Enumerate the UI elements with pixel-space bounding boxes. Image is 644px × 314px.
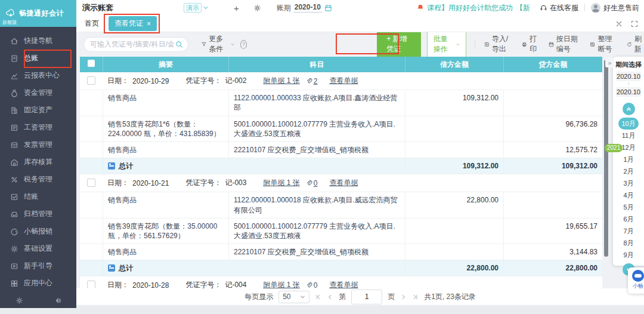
sidebar-item-funds[interactable]: 资金管理 [0,84,76,101]
tab-home[interactable]: 首页 [85,19,99,29]
month-item[interactable]: 7月 [613,225,644,237]
sidebar-item-inventory[interactable]: 库存核算 [0,153,76,171]
close-tab-icon[interactable]: × [147,20,151,28]
robot-icon [632,270,644,282]
month-item[interactable]: 9月 [613,249,644,261]
next-page-icon[interactable] [400,294,407,300]
attachment-link[interactable]: 附单据 1 张 [263,178,299,188]
brand-name: 畅捷通好会计 [19,8,64,19]
voucher-toolbar: 更多条件 ? + 新增凭证 批量操作 导入/导出 打印 按日期编号 整理断号 刷… [76,32,644,57]
fix-numbers-button[interactable]: 整理断号 [590,34,617,54]
col-header-account[interactable]: 科目 [228,57,405,72]
sidebar-item-settings[interactable]: 基础设置 [0,240,76,257]
sidebar-item-app-center[interactable]: 应用中心 [0,275,76,292]
sidebar-item-reimburse[interactable]: 小畅报销 [0,223,76,240]
month-item[interactable]: 1月 [613,153,644,165]
voucher-header-row[interactable]: 日期：2020-10-28 凭证字号：记-004 附单据 1 张 0 查看单据 [80,276,602,288]
help-icon[interactable]: ? [240,40,247,49]
period-to[interactable]: 2020.10 [616,87,641,97]
gear-icon[interactable] [16,297,23,304]
refresh-button[interactable]: 刷新 [627,34,644,54]
month-item[interactable]: 4月 [613,189,644,201]
close-icon[interactable] [615,20,623,27]
month-item[interactable]: 5月 [613,201,644,213]
col-header-debit[interactable]: 借方金额 [405,57,503,72]
number-by-date-button[interactable]: 按日期编号 [549,34,581,54]
month-item[interactable]: 11月 [613,130,644,141]
month-item[interactable]: 2月 [613,165,644,177]
sidebar-item-quick-nav[interactable]: 快捷导航 [0,32,76,50]
month-item[interactable]: 6月 [613,213,644,225]
tab-bar: 首页 查看凭证 × [76,16,644,32]
user-name[interactable]: 好生意售前 [603,3,639,13]
search-box[interactable] [83,37,188,52]
more-filters-button[interactable]: 更多条件 [202,34,234,54]
row-checkbox[interactable] [87,178,95,187]
vertical-scrollbar[interactable] [604,60,608,257]
assistant-widget[interactable]: 小畅 [628,267,644,294]
row-checkbox[interactable] [87,76,95,85]
sidebar-item-fixed-assets[interactable]: 固定资产 [0,101,76,119]
gear-icon[interactable] [253,4,261,12]
collapse-panel-icon[interactable]: » [605,57,614,67]
total-records-info: 共1页, 23条记录 [424,292,476,302]
sidebar-item-tax[interactable]: 税务管理 [0,171,76,188]
entry-row[interactable]: 销售商品 22210107 应交税费_应交增值税_销项税额 12,575.72 [80,142,602,158]
page-label-post: 页 [388,292,395,302]
search-input[interactable] [89,39,175,49]
announcement-marquee[interactable]: 课程】用好好会计助您成功 【新 [417,3,530,13]
view-document-link[interactable]: 查看单据 [329,178,358,188]
row-checkbox[interactable] [87,281,95,288]
entry-row[interactable]: 销售39度青花郎（数量：35.00000 瓶，单价：561.57629） 500… [80,218,602,244]
clip-count-link[interactable]: 2 [314,77,318,85]
sidebar-item-invoices[interactable]: 发票管理 [0,136,76,153]
voucher-header-row[interactable]: 日期：2020-10-21 凭证字号：记-003 附单据 1 张 0 查看单据 [80,174,602,192]
scroll-months-up-icon[interactable] [623,103,635,115]
building-icon [10,106,18,115]
view-document-link[interactable]: 查看单据 [329,76,358,86]
period-value[interactable]: 2020-10 [293,3,322,13]
sidebar-item-archive[interactable]: 归档管理 [0,205,76,223]
sidebar-item-guide[interactable]: 新手引导 [0,257,76,275]
import-export-button[interactable]: 导入/导出 [484,34,513,54]
attachment-link[interactable]: 附单据 1 张 [263,76,299,86]
add-account-button[interactable]: + [234,3,239,13]
clip-count-link[interactable]: 0 [314,281,318,288]
view-document-link[interactable]: 查看单据 [329,280,358,288]
entry-row[interactable]: 销售商品 22210107 应交税费_应交增值税_销项税额 3,144.83 [80,244,602,260]
calendar-icon[interactable] [324,4,332,12]
entry-row[interactable]: 销售商品 1122.000001.000018 应收账款.A项目.威远宏浩商贸有… [80,192,602,218]
voucher-header-row[interactable]: 日期：2020-10-29 凭证字号：记-002 附单据 1 张 2 查看单据 [80,72,602,90]
month-item[interactable]: 8月 [613,237,644,249]
sidebar-item-cloud-reports[interactable]: 云报表中心 [0,67,76,84]
tab-view-vouchers[interactable]: 查看凭证 × [109,16,157,31]
col-header-summary[interactable]: 摘要 [103,57,228,72]
prev-page-icon[interactable] [327,294,333,300]
batch-operations-button[interactable]: 批量操作 [427,30,466,58]
sidebar-item-general-ledger[interactable]: 总账 [0,50,76,67]
print-button[interactable]: 打印 [522,34,539,54]
per-page-select[interactable]: 50 [278,291,309,303]
avatar[interactable] [591,3,600,13]
total-row: 总计 22,800.00 22,800.00 [80,260,602,276]
period-from[interactable]: 2020.10 [616,72,641,81]
last-page-icon[interactable] [412,294,419,300]
clip-count-link[interactable]: 0 [314,179,318,187]
entry-row[interactable]: 销售商品 1122.000001.000033 应收账款.A项目.鑫涛酒业经营部… [80,90,602,116]
col-header-credit[interactable]: 贷方金额 [503,57,602,72]
entry-row[interactable]: 销售53度青花郎1*6（数量：224.00000 瓶，单价：431.85839）… [80,116,602,142]
page-number-input[interactable] [351,290,382,304]
attachment-link[interactable]: 附单据 1 张 [263,280,299,288]
search-icon[interactable] [175,41,183,48]
online-service-link[interactable]: 在线客服 [540,3,578,13]
sidebar-item-payroll[interactable]: 工资管理 [0,119,76,136]
month-item[interactable]: 10月 [618,118,639,130]
new-voucher-button[interactable]: + 新增凭证 [377,30,421,58]
collapse-sidebar-icon[interactable] [54,297,61,304]
month-item[interactable]: 3月 [613,177,644,189]
fullscreen-icon[interactable] [631,20,638,27]
first-page-icon[interactable] [315,294,321,300]
select-all-checkbox[interactable] [88,60,95,67]
chevron-down-icon[interactable] [203,5,209,11]
sidebar-item-closing[interactable]: 结账 [0,188,76,205]
